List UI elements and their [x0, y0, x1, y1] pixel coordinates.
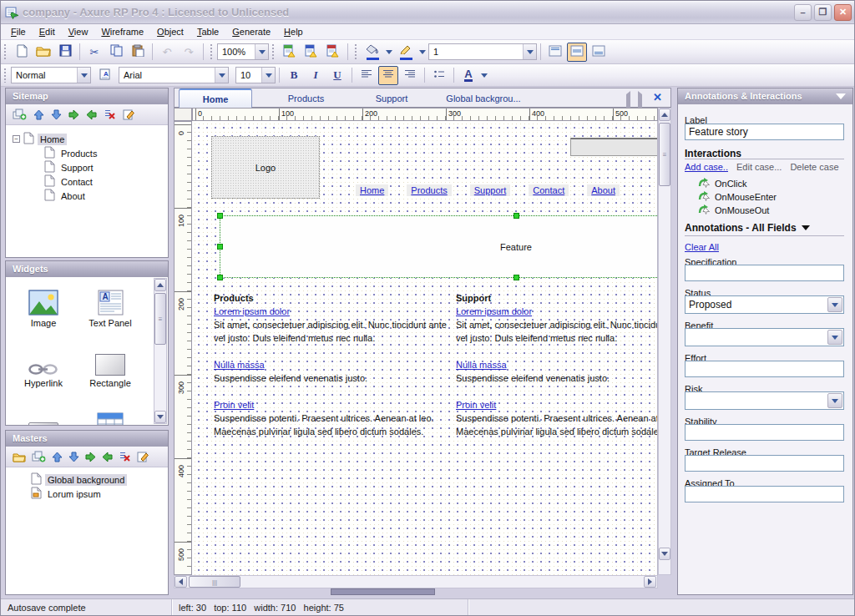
menu-item-help[interactable]: Help [277, 25, 310, 38]
export-widget-button[interactable] [323, 43, 343, 62]
widget-item-rectangle[interactable]: Rectangle [79, 346, 141, 388]
underline-button[interactable]: U [327, 66, 347, 85]
widget-item-hyperlink[interactable]: Hyperlink [13, 346, 74, 388]
outdent-left-button[interactable] [102, 452, 113, 462]
label-field[interactable] [685, 124, 844, 140]
new-button[interactable] [12, 43, 32, 62]
selection-handle[interactable] [217, 244, 223, 250]
indent-right-button[interactable] [68, 109, 79, 120]
export-html-button[interactable] [280, 43, 300, 62]
italic-button[interactable]: I [306, 66, 326, 85]
chevron-down-icon[interactable] [827, 297, 842, 312]
maximize-button[interactable]: ❐ [814, 4, 832, 21]
chevron-down-icon[interactable] [827, 330, 842, 345]
tab-products[interactable]: Products [266, 88, 346, 109]
tree-item-support[interactable]: Support [6, 160, 168, 174]
widget-item-button[interactable] [13, 409, 74, 425]
widget-item-table[interactable] [79, 404, 141, 425]
move-down-button[interactable] [51, 109, 62, 120]
selection-handle[interactable] [217, 213, 223, 219]
benefit-select[interactable] [685, 328, 844, 346]
align-center-button[interactable] [378, 66, 398, 85]
text-link[interactable]: Proin velit [214, 398, 458, 412]
fill-color-dropdown-icon[interactable] [386, 50, 392, 54]
text-link[interactable]: Nulla massa [214, 358, 458, 371]
menu-item-object[interactable]: Object [150, 25, 190, 38]
add-page-button[interactable] [13, 109, 27, 120]
tab-home[interactable]: Home [179, 88, 252, 109]
effort-field[interactable] [685, 361, 844, 377]
widget-item-text-panel[interactable]: A Text Panel [79, 285, 141, 328]
line-color-button[interactable] [396, 43, 416, 62]
line-width-select[interactable]: 1 [428, 43, 537, 60]
tree-item-products[interactable]: Products [6, 146, 168, 160]
master-item-lorum-ipsum[interactable]: Lorum ipsum [6, 487, 168, 501]
fill-color-button[interactable] [362, 43, 382, 62]
valign-bottom-button[interactable] [589, 43, 609, 62]
selection-handle[interactable] [514, 213, 519, 219]
chevron-down-icon[interactable] [77, 68, 90, 83]
add-case-link[interactable]: Add case.. [685, 162, 728, 172]
text-link[interactable]: Nulla massa [456, 358, 658, 371]
nav-link-products[interactable]: Products [407, 184, 451, 196]
undo-button[interactable]: ↶ [157, 43, 177, 62]
chevron-down-icon[interactable] [261, 68, 275, 83]
move-down-button[interactable] [68, 452, 79, 462]
align-left-button[interactable] [357, 66, 377, 85]
menu-item-generate[interactable]: Generate [225, 25, 277, 38]
cut-button[interactable]: ✂ [84, 43, 104, 62]
bold-button[interactable]: B [284, 66, 304, 85]
annotations-header[interactable]: Annotations & Interactions [678, 88, 852, 104]
collapse-toggle-icon[interactable]: − [13, 135, 20, 143]
valign-middle-button[interactable] [567, 43, 587, 62]
outdent-left-button[interactable] [86, 109, 97, 120]
add-master-button[interactable] [32, 451, 46, 462]
chevron-down-icon[interactable] [215, 68, 228, 83]
chevron-down-icon[interactable] [523, 44, 536, 59]
vscroll-thumb[interactable]: ≡ [659, 123, 670, 186]
master-item-global-background[interactable]: Global background [6, 472, 168, 487]
redo-button[interactable]: ↷ [179, 43, 199, 62]
event-onmouseenter[interactable]: OnMouseEnter [698, 190, 844, 204]
tab-support[interactable]: Support [354, 88, 429, 109]
nav-link-home[interactable]: Home [356, 184, 388, 196]
edit-master-button[interactable] [137, 451, 149, 462]
scroll-down-button[interactable] [154, 411, 166, 423]
nav-link-about[interactable]: About [587, 184, 620, 196]
copy-button[interactable] [106, 43, 126, 62]
assigned-to-field[interactable] [685, 486, 844, 502]
scroll-down-button[interactable] [659, 548, 670, 560]
style-editor-button[interactable]: A [94, 66, 114, 85]
new-folder-button[interactable] [13, 452, 26, 462]
text-link[interactable]: Lorem ipsum dolor [214, 305, 458, 318]
scroll-up-button[interactable] [154, 279, 166, 291]
selection-handle[interactable] [217, 275, 223, 280]
panel-collapse-icon[interactable] [836, 93, 846, 99]
scroll-up-button[interactable] [659, 109, 670, 121]
canvas-hscrollbar[interactable]: ||| [174, 575, 658, 588]
chevron-down-icon[interactable] [255, 44, 268, 59]
edit-page-button[interactable] [123, 109, 134, 120]
delete-page-button[interactable] [104, 109, 116, 120]
edit-case-link[interactable]: Edit case... [736, 162, 782, 172]
close-button[interactable]: ✕ [834, 4, 852, 21]
status-select[interactable]: Proposed [685, 295, 844, 314]
support-column[interactable]: Support Lorem ipsum dolor Sit amet, cons… [456, 291, 658, 452]
canvas-vscrollbar[interactable]: ≡ [658, 108, 671, 575]
paste-button[interactable] [128, 43, 148, 62]
delete-master-button[interactable] [119, 451, 131, 462]
event-onclick[interactable]: OnClick [698, 177, 844, 190]
widgets-scrollbar[interactable]: ≡ [154, 278, 167, 424]
delete-case-link[interactable]: Delete case [790, 162, 838, 172]
textfield-widget[interactable] [570, 138, 658, 156]
risk-select[interactable] [685, 391, 844, 410]
move-up-button[interactable] [33, 109, 44, 120]
bullet-list-button[interactable] [429, 66, 449, 85]
scroll-right-button[interactable] [644, 576, 656, 588]
chevron-down-icon[interactable] [827, 393, 842, 408]
products-column[interactable]: Products Lorem ipsum dolor Sit amet, con… [214, 291, 458, 452]
indent-right-button[interactable] [85, 452, 96, 462]
hscroll-thumb[interactable]: ||| [189, 576, 240, 588]
font-select[interactable]: Arial [119, 67, 229, 83]
logo-widget[interactable]: Logo [211, 136, 320, 199]
